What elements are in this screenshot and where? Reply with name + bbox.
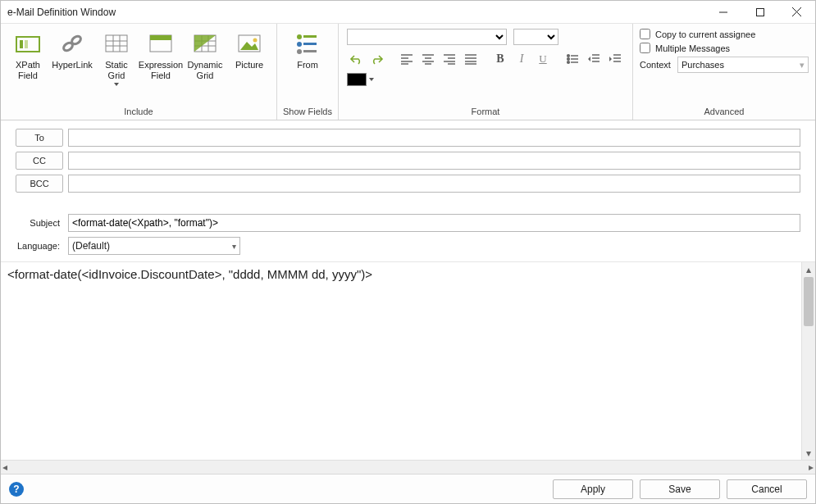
svg-point-29 xyxy=(297,49,302,54)
vertical-scrollbar[interactable]: ▴ ▾ xyxy=(801,262,815,460)
align-justify-button[interactable] xyxy=(462,50,480,68)
chevron-down-icon: ▾ xyxy=(800,60,805,70)
multiple-messages-checkbox[interactable] xyxy=(640,43,650,53)
chevron-down-icon xyxy=(114,83,119,86)
ribbon-group-include: XPath Field HyperLink Static Grid xyxy=(1,24,277,120)
window-title: e-Mail Definition Window xyxy=(7,7,704,18)
svg-rect-5 xyxy=(20,40,23,48)
svg-point-8 xyxy=(71,34,82,45)
ribbon-group-advanced: Copy to current assignee Multiple Messag… xyxy=(633,24,815,120)
subject-label: Subject xyxy=(16,218,63,228)
language-select[interactable]: (Default) ▾ xyxy=(68,237,240,255)
dynamic-grid-button[interactable]: Dynamic Grid xyxy=(183,27,227,81)
titlebar: e-Mail Definition Window xyxy=(1,1,815,24)
bcc-button[interactable]: BCC xyxy=(16,175,63,193)
hyperlink-button[interactable]: HyperLink xyxy=(50,27,94,81)
cc-button[interactable]: CC xyxy=(16,152,63,170)
to-button[interactable]: To xyxy=(16,129,63,147)
horizontal-scrollbar[interactable]: ◂ ▸ xyxy=(1,460,815,474)
static-grid-icon xyxy=(103,30,130,57)
scroll-down-icon[interactable]: ▾ xyxy=(802,446,815,460)
cancel-button[interactable]: Cancel xyxy=(727,479,807,499)
svg-rect-1 xyxy=(756,8,764,16)
cc-input[interactable] xyxy=(68,152,800,170)
picture-label: Picture xyxy=(235,60,263,81)
close-button[interactable] xyxy=(778,1,815,24)
hyperlink-icon xyxy=(59,30,85,57)
help-icon[interactable]: ? xyxy=(9,482,24,497)
xpath-field-icon xyxy=(15,30,41,57)
context-label: Context xyxy=(640,60,674,70)
expression-field-label: Expression Field xyxy=(139,60,183,81)
ribbon-group-advanced-label: Advanced xyxy=(638,104,810,120)
subject-input[interactable] xyxy=(68,214,800,232)
copy-to-assignee-label: Copy to current assignee xyxy=(655,30,755,39)
svg-rect-28 xyxy=(303,43,317,45)
footer: ? Apply Save Cancel xyxy=(1,474,815,503)
svg-rect-6 xyxy=(25,40,28,48)
copy-to-assignee-checkbox[interactable] xyxy=(640,29,650,39)
font-color-button[interactable] xyxy=(347,73,374,86)
svg-rect-9 xyxy=(106,35,127,52)
maximize-button[interactable] xyxy=(741,1,778,24)
scroll-up-icon[interactable]: ▴ xyxy=(802,262,815,276)
outdent-button[interactable] xyxy=(585,50,603,68)
save-button[interactable]: Save xyxy=(640,479,720,499)
bcc-input[interactable] xyxy=(68,175,800,193)
ribbon-group-show-fields-label: Show Fields xyxy=(282,104,333,120)
language-value: (Default) xyxy=(72,240,110,252)
multiple-messages-row[interactable]: Multiple Messages xyxy=(640,43,809,53)
to-input[interactable] xyxy=(68,129,800,147)
multiple-messages-label: Multiple Messages xyxy=(655,43,730,53)
bold-button[interactable]: B xyxy=(491,50,509,68)
context-select[interactable]: Purchases ▾ xyxy=(677,57,809,73)
ribbon-group-show-fields: From Show Fields xyxy=(277,24,339,120)
dynamic-grid-icon xyxy=(192,30,218,57)
font-family-select[interactable] xyxy=(347,29,507,45)
editor-area: <format-date(<idInvoice.DiscountDate>, "… xyxy=(1,261,815,460)
svg-rect-15 xyxy=(150,35,171,40)
xpath-field-button[interactable]: XPath Field xyxy=(6,27,50,81)
copy-to-assignee-row[interactable]: Copy to current assignee xyxy=(640,29,809,39)
minimize-button[interactable] xyxy=(704,1,741,24)
from-button[interactable]: From xyxy=(282,27,333,81)
svg-point-51 xyxy=(568,61,570,64)
from-label: From xyxy=(297,60,318,81)
underline-button[interactable]: U xyxy=(534,50,552,68)
scroll-left-icon[interactable]: ◂ xyxy=(2,461,7,473)
xpath-field-label: XPath Field xyxy=(7,60,48,81)
redo-button[interactable] xyxy=(368,50,386,68)
indent-button[interactable] xyxy=(606,50,624,68)
align-right-button[interactable] xyxy=(440,50,458,68)
svg-point-49 xyxy=(568,58,570,61)
svg-marker-56 xyxy=(588,57,590,61)
ribbon-group-include-label: Include xyxy=(6,104,271,120)
font-color-swatch xyxy=(347,73,367,86)
body-editor[interactable]: <format-date(<idInvoice.DiscountDate>, "… xyxy=(1,262,801,460)
language-label: Language: xyxy=(16,241,63,251)
align-left-button[interactable] xyxy=(398,50,416,68)
context-value: Purchases xyxy=(682,60,724,70)
dynamic-grid-label: Dynamic Grid xyxy=(185,60,226,81)
picture-button[interactable]: Picture xyxy=(227,27,271,81)
bullet-list-button[interactable] xyxy=(563,50,581,68)
undo-button[interactable] xyxy=(347,50,365,68)
window: e-Mail Definition Window XPath Field xyxy=(0,0,816,504)
chevron-down-icon xyxy=(369,78,374,81)
scroll-thumb[interactable] xyxy=(804,277,814,326)
expression-field-button[interactable]: Expression Field xyxy=(139,27,183,81)
svg-point-27 xyxy=(297,42,302,47)
fields-area: To CC BCC Subject Language: (Default) ▾ xyxy=(1,120,815,260)
static-grid-button[interactable]: Static Grid xyxy=(94,27,139,86)
align-center-button[interactable] xyxy=(419,50,437,68)
ribbon-group-format-label: Format xyxy=(344,104,627,120)
svg-point-24 xyxy=(253,39,258,43)
svg-point-25 xyxy=(297,34,302,39)
svg-point-47 xyxy=(568,55,570,57)
italic-button[interactable]: I xyxy=(513,50,531,68)
svg-marker-60 xyxy=(609,57,612,61)
svg-marker-21 xyxy=(194,35,216,52)
font-size-select[interactable] xyxy=(513,29,558,45)
scroll-right-icon[interactable]: ▸ xyxy=(809,461,814,473)
apply-button[interactable]: Apply xyxy=(553,479,633,499)
